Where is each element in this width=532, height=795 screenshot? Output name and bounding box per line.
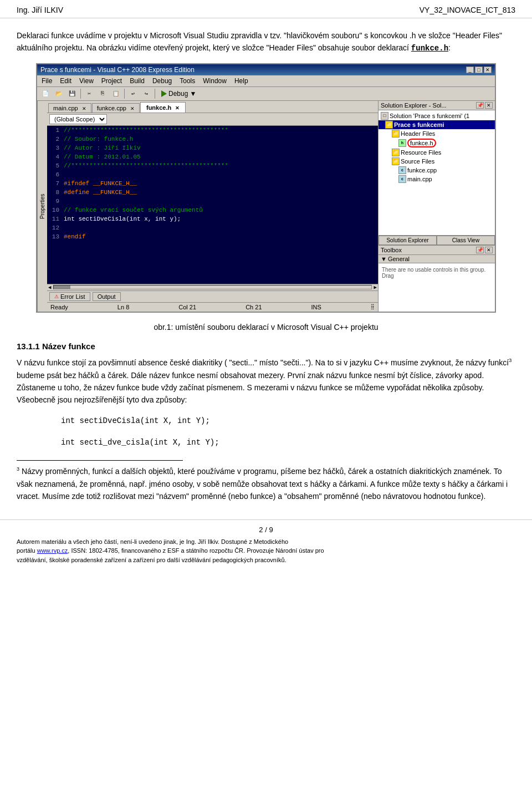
scroll-left-btn[interactable]: ◀ <box>47 284 52 291</box>
toolbox-general-section[interactable]: ▼ General <box>378 255 495 263</box>
menu-window[interactable]: Window <box>201 77 229 85</box>
toolbar-paste[interactable]: 📋 <box>110 88 122 99</box>
code-example-1: int sectiDveCisla(int X, int Y); <box>61 415 515 428</box>
main-cpp-label: main.cpp <box>407 176 432 182</box>
tree-funkce-cpp[interactable]: c funkce.cpp <box>378 166 495 175</box>
menu-help[interactable]: Help <box>232 77 250 85</box>
tree-solution[interactable]: □ Solution 'Prace s funkcemi' (1 <box>378 111 495 120</box>
status-ready: Ready <box>50 304 68 310</box>
toolbox-body: ▼ General There are no usable controls i… <box>378 255 495 312</box>
h-file-icon: h <box>398 139 406 147</box>
output-label: Output <box>98 293 116 300</box>
tab-close-funkce-h[interactable]: ✕ <box>175 105 180 111</box>
section-number: 13.1.1 <box>17 342 40 351</box>
minimize-button[interactable]: _ <box>466 67 474 73</box>
toolbar-undo[interactable]: ↩ <box>127 88 139 99</box>
solution-panel-controls: 📌 ✕ <box>476 102 493 109</box>
solution-tree: □ Solution 'Prace s funkcemi' (1 📁 Prace… <box>378 110 495 235</box>
menu-build[interactable]: Build <box>127 77 147 85</box>
maximize-button[interactable]: □ <box>475 67 483 73</box>
section-heading: 13.1.1 Název funkce <box>17 342 515 351</box>
project-folder-icon: 📁 <box>385 121 393 129</box>
toolbar-cut[interactable]: ✂ <box>83 88 95 99</box>
toolbox-close-btn[interactable]: ✕ <box>485 247 493 253</box>
code-line-4: 4 // Datum : 2012.01.05 <box>47 154 378 162</box>
ide-editor-container: main.cpp ✕ funkce.cpp ✕ funkce.h ✕ (Glob… <box>47 101 378 312</box>
menu-view[interactable]: View <box>77 77 96 85</box>
code-line-5: 5 //************************************… <box>47 162 378 171</box>
footnote-body-3: Názvy proměnných, funkcí a dalších objek… <box>17 467 508 501</box>
code-line-2: 2 // Soubor: funkce.h <box>47 136 378 145</box>
body-text-1a: V názvu funkce stojí za povšimnutí absen… <box>17 358 509 367</box>
footnote-3: 3 Názvy proměnných, funkcí a dalších obj… <box>17 465 515 502</box>
tree-project[interactable]: 📁 Prace s funkcemi <box>378 120 495 129</box>
horizontal-scrollbar[interactable]: ◀ ▶ <box>47 284 378 291</box>
debug-label: Debug <box>168 90 188 98</box>
status-ln: Ln 8 <box>117 304 129 310</box>
ide-statusbar: Ready Ln 8 Col 21 Ch 21 INS ⣿ <box>47 302 378 312</box>
debug-dropdown-icon[interactable]: ▼ <box>190 90 196 98</box>
toolbar-save[interactable]: 💾 <box>66 88 78 99</box>
toolbar-copy[interactable]: ⎘ <box>96 88 109 99</box>
ide-right-panel: Solution Explorer - Sol... 📌 ✕ □ Solutio… <box>378 101 495 312</box>
menu-debug[interactable]: Debug <box>150 77 174 85</box>
footnote-number-3: 3 <box>17 467 19 472</box>
toolbar-new[interactable]: 📄 <box>39 88 52 99</box>
code-line-10: 10 // funkce vrací součet svých argument… <box>47 207 378 216</box>
scroll-thumb[interactable] <box>54 286 70 289</box>
tree-main-cpp[interactable]: c main.cpp <box>378 175 495 184</box>
tree-resource-files[interactable]: 📁 Resource Files <box>378 148 495 157</box>
ide-screenshot: Prace s funkcemi - Visual C++ 2008 Expre… <box>36 63 496 313</box>
tab-error-list[interactable]: ⚠ Error List <box>49 292 90 301</box>
menu-edit[interactable]: Edit <box>58 77 74 85</box>
ide-toolbar: 📄 📂 💾 ✂ ⎘ 📋 ↩ ↪ Debug ▼ <box>37 87 495 101</box>
debug-button[interactable]: Debug ▼ <box>157 88 200 99</box>
cpp-file-icon-2: c <box>398 175 406 183</box>
toolbox-pin-btn[interactable]: 📌 <box>476 247 484 253</box>
menu-file[interactable]: File <box>39 77 54 85</box>
ide-window-controls[interactable]: _ □ ✕ <box>466 67 492 73</box>
code-example-2: int secti_dve_cisla(int X, int Y); <box>61 436 515 450</box>
expand-icon: ▼ <box>381 256 387 262</box>
tree-funkce-h[interactable]: h funkce.h <box>378 138 495 148</box>
debug-triangle-icon <box>161 90 167 97</box>
scroll-right-btn[interactable]: ▶ <box>373 284 378 291</box>
code-line-1: 1 //************************************… <box>47 127 378 136</box>
tab-class-view[interactable]: Class View <box>437 236 495 245</box>
toolbox-controls: 📌 ✕ <box>476 247 493 253</box>
figure-caption: obr.1: umístění souboru deklarací v Micr… <box>17 321 515 333</box>
tab-funkce-h[interactable]: funkce.h ✕ <box>140 102 186 113</box>
close-button[interactable]: ✕ <box>484 67 492 73</box>
status-gripper: ⣿ <box>371 304 375 310</box>
toolbox-header: Toolbox 📌 ✕ <box>378 246 495 255</box>
scope-select[interactable]: (Global Scope) <box>49 114 107 124</box>
toolbar-separator-2 <box>124 89 125 99</box>
footer-text-1: Autorem materiálu a všech jeho částí, ne… <box>17 537 515 547</box>
solution-close-btn[interactable]: ✕ <box>485 102 493 109</box>
properties-tab[interactable]: Properties <box>37 101 47 312</box>
author-name: Ing. Jiří ILKIV <box>17 6 63 14</box>
tab-close-main[interactable]: ✕ <box>82 106 86 111</box>
tab-main-cpp[interactable]: main.cpp ✕ <box>48 103 91 113</box>
footer-link[interactable]: www.rvp.cz <box>37 547 68 554</box>
tree-header-files[interactable]: 📁 Header Files <box>378 129 495 138</box>
funkce-h-label: funkce.h <box>407 139 436 147</box>
bottom-tabs: ⚠ Error List Output <box>47 291 378 302</box>
scroll-track[interactable] <box>53 285 371 289</box>
code-line-11: 11 int sectiDveCisla(int x, int y); <box>47 216 378 225</box>
tab-close-funkce-cpp[interactable]: ✕ <box>130 106 135 111</box>
tab-solution-explorer[interactable]: Solution Explorer <box>378 236 437 245</box>
toolbar-open[interactable]: 📂 <box>53 88 65 99</box>
toolbar-redo[interactable]: ↪ <box>140 88 152 99</box>
header-files-icon: 📁 <box>392 130 400 137</box>
solution-icon: □ <box>381 112 388 120</box>
resource-files-icon: 📁 <box>392 149 400 156</box>
tab-output[interactable]: Output <box>93 292 121 301</box>
code-editor[interactable]: 1 //************************************… <box>47 126 378 284</box>
solution-pin-btn[interactable]: 📌 <box>476 102 484 109</box>
toolbox-section-label: General <box>388 256 410 262</box>
tree-source-files[interactable]: 📁 Source Files <box>378 157 495 166</box>
menu-tools[interactable]: Tools <box>177 77 197 85</box>
tab-funkce-cpp[interactable]: funkce.cpp ✕ <box>92 103 140 113</box>
menu-project[interactable]: Project <box>99 77 124 85</box>
